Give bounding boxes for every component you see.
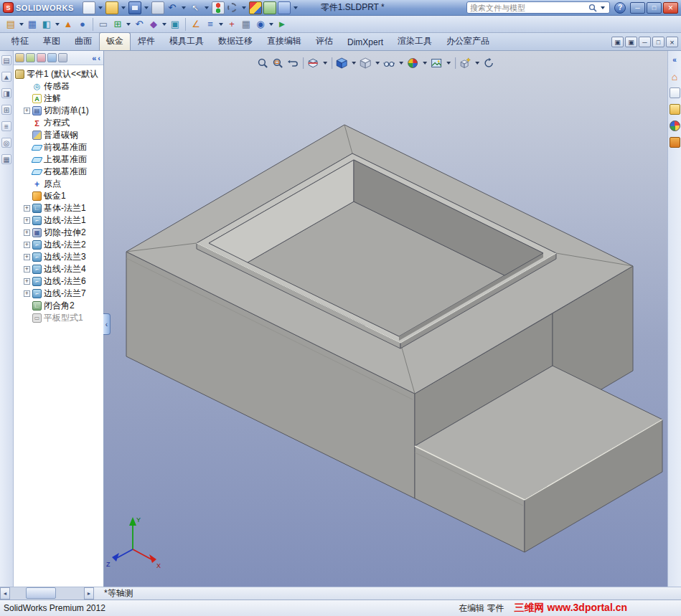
left-toolbar-icon-7[interactable]: ▦	[1, 154, 11, 164]
chevron-down-icon[interactable]	[126, 23, 131, 26]
expand-toggle[interactable]: +	[24, 278, 30, 285]
tree-item[interactable]: +切除-拉伸2	[15, 227, 103, 239]
edit-appearance-icon[interactable]	[406, 56, 420, 70]
section-view-icon[interactable]	[306, 56, 320, 70]
chevron-down-icon[interactable]	[162, 23, 166, 26]
toolbar-icon-13[interactable]: +	[225, 17, 239, 32]
ribbon-tab[interactable]: 评估	[309, 32, 340, 50]
open-icon[interactable]	[105, 1, 118, 14]
tree-item[interactable]: 前视基准面	[15, 141, 103, 153]
toolbar-icon-3[interactable]: ◧	[39, 17, 54, 32]
view-settings-icon[interactable]	[459, 56, 472, 70]
left-toolbar-icon-5[interactable]: ≡	[1, 121, 11, 131]
ribbon-tab[interactable]: 曲面	[67, 32, 99, 50]
expand-toggle[interactable]: +	[24, 229, 30, 236]
rebuild-icon[interactable]	[212, 1, 225, 14]
doc-close-icon[interactable]	[666, 37, 678, 47]
select-cursor-icon[interactable]	[189, 1, 202, 14]
undo-icon[interactable]	[166, 1, 179, 14]
cascade-icon[interactable]	[625, 37, 637, 47]
tree-item[interactable]: 右视基准面	[15, 166, 103, 178]
close-icon[interactable]	[663, 2, 678, 14]
toolbar-icon-1[interactable]: ▤	[4, 17, 18, 32]
ribbon-tab[interactable]: DimXpert	[340, 34, 390, 50]
toolbar-icon-14[interactable]: ▦	[239, 17, 253, 32]
tree-item[interactable]: +切割清单(1)	[15, 105, 103, 117]
toolbar-icon-2[interactable]: ▦	[25, 17, 39, 32]
chevron-down-icon[interactable]	[399, 62, 403, 65]
tree-item[interactable]: 平板型式1	[15, 312, 103, 324]
chevron-down-icon[interactable]	[423, 62, 427, 65]
tree-item[interactable]: +边线-法兰4	[15, 263, 103, 275]
tree-item[interactable]: +边线-法兰2	[15, 239, 103, 251]
search-icon[interactable]	[588, 4, 597, 12]
chevron-down-icon[interactable]	[19, 23, 24, 26]
tree-item[interactable]: 上视基准面	[15, 153, 103, 166]
displaymanager-tab-icon[interactable]	[58, 53, 67, 62]
chevron-down-icon[interactable]	[601, 6, 605, 9]
horizontal-scrollbar[interactable]	[10, 587, 84, 600]
tree-item[interactable]: 原点	[15, 178, 103, 190]
chevron-down-icon[interactable]	[121, 6, 126, 9]
chevron-down-icon[interactable]	[205, 6, 209, 9]
panel-flyout-handle[interactable]	[103, 313, 111, 335]
help-icon[interactable]	[614, 2, 626, 14]
tree-item[interactable]: 方程式	[15, 117, 103, 129]
ribbon-tab[interactable]: 焊件	[131, 32, 162, 50]
chevron-down-icon[interactable]	[323, 62, 327, 65]
ribbon-tab[interactable]: 钣金	[99, 32, 131, 50]
chevron-down-icon[interactable]	[352, 62, 356, 65]
minimize-icon[interactable]	[630, 2, 645, 14]
chevron-down-icon[interactable]	[375, 62, 380, 65]
tree-item[interactable]: +边线-法兰3	[15, 251, 103, 263]
tile-icon[interactable]	[611, 37, 624, 47]
chevron-down-icon[interactable]	[219, 23, 223, 26]
featuremanager-tab-icon[interactable]	[15, 53, 24, 62]
expand-toggle[interactable]: +	[24, 205, 30, 212]
doc-restore-icon[interactable]	[652, 37, 664, 47]
display-style-icon[interactable]	[359, 56, 372, 70]
zoom-fit-icon[interactable]	[256, 56, 270, 70]
collapse-arrows-icon[interactable]	[670, 55, 680, 65]
print-icon[interactable]	[151, 1, 164, 14]
tree-item[interactable]: 钣金1	[15, 190, 103, 202]
appearances-icon[interactable]	[670, 120, 680, 131]
view-orientation-icon[interactable]	[335, 56, 349, 70]
ribbon-tab[interactable]: 草图	[36, 32, 67, 50]
chevron-down-icon[interactable]	[182, 6, 186, 9]
shrink-panel-icon[interactable]: ‹	[98, 54, 100, 62]
tree-item[interactable]: +边线-法兰6	[15, 275, 103, 288]
left-toolbar-icon-1[interactable]: ▤	[1, 55, 11, 65]
ribbon-tab[interactable]: 直接编辑	[260, 32, 309, 50]
save-icon[interactable]	[128, 1, 141, 14]
scroll-right-icon[interactable]: ►	[84, 587, 94, 600]
tree-item[interactable]: +基体-法兰1	[15, 202, 103, 214]
tree-item[interactable]: 注解	[15, 93, 103, 105]
toolbar-icon-8[interactable]: ↶	[132, 17, 146, 32]
expand-toggle[interactable]: +	[24, 290, 30, 297]
toolbar-icon-16[interactable]: ►	[275, 17, 289, 32]
collapse-panel-icon[interactable]: «	[92, 54, 96, 62]
expand-toggle[interactable]: +	[24, 217, 30, 224]
hide-show-icon[interactable]	[382, 56, 396, 70]
ribbon-tab[interactable]: 渲染工具	[390, 32, 439, 50]
tree-item[interactable]: +边线-法兰1	[15, 214, 103, 227]
toolbar-icon-4[interactable]: ▲	[61, 17, 75, 32]
chevron-down-icon[interactable]	[293, 6, 298, 9]
left-toolbar-icon-6[interactable]: ◎	[1, 138, 11, 148]
toolbar-icon-5[interactable]: ●	[75, 17, 90, 32]
toolbar-icon-11[interactable]: ∠	[189, 17, 203, 32]
search-box[interactable]	[466, 1, 610, 14]
new-document-icon[interactable]	[83, 1, 95, 14]
maximize-icon[interactable]	[647, 2, 662, 14]
ribbon-tab[interactable]: 特征	[4, 32, 36, 50]
tree-item[interactable]: +边线-法兰7	[15, 288, 103, 300]
options-icon[interactable]	[226, 1, 239, 14]
design-library-icon[interactable]	[670, 104, 680, 115]
doc-minimize-icon[interactable]	[639, 37, 651, 47]
chevron-down-icon[interactable]	[269, 23, 273, 26]
home-icon[interactable]	[670, 71, 680, 82]
left-toolbar-icon-3[interactable]: ◨	[1, 88, 11, 98]
graphics-area[interactable]: Y X Z	[104, 51, 667, 587]
chevron-down-icon[interactable]	[446, 62, 451, 65]
